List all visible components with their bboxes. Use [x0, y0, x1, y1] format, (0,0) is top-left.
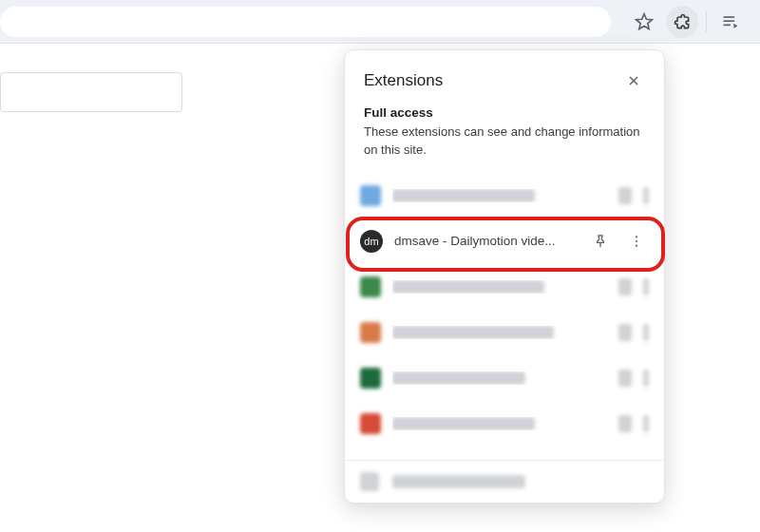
extensions-puzzle-button[interactable] — [666, 6, 698, 38]
close-icon[interactable] — [620, 67, 647, 94]
svg-point-5 — [636, 244, 637, 246]
browser-toolbar — [0, 0, 760, 44]
svg-rect-0 — [724, 16, 735, 18]
extension-name-blurred — [392, 417, 535, 430]
more-vert-icon[interactable] — [643, 370, 649, 387]
pin-icon[interactable] — [618, 187, 632, 204]
extension-icon — [360, 276, 381, 297]
extension-name-blurred — [392, 280, 544, 294]
extension-icon — [360, 413, 381, 434]
extension-row-blurred[interactable] — [352, 264, 656, 310]
extension-name-blurred — [392, 326, 554, 339]
extension-name-blurred — [392, 371, 525, 385]
media-playlist-button[interactable] — [714, 6, 747, 38]
page-search-input[interactable] — [0, 72, 182, 112]
more-vert-icon[interactable] — [624, 229, 649, 254]
manage-extensions-label-blurred — [392, 475, 525, 488]
pin-icon[interactable] — [618, 370, 632, 387]
popup-title: Extensions — [364, 71, 443, 90]
svg-point-3 — [636, 236, 637, 238]
pin-icon[interactable] — [618, 415, 632, 432]
more-vert-icon[interactable] — [643, 187, 649, 204]
manage-extensions-row[interactable] — [345, 461, 664, 503]
svg-rect-1 — [724, 20, 735, 22]
bookmark-star-button[interactable] — [628, 6, 660, 38]
section-label-full-access: Full access — [345, 104, 664, 124]
more-vert-icon[interactable] — [643, 415, 649, 432]
extension-row-blurred[interactable] — [352, 173, 656, 218]
pin-icon[interactable] — [618, 278, 632, 295]
gear-icon — [360, 472, 379, 491]
extension-row-blurred[interactable] — [352, 355, 656, 401]
pin-icon[interactable] — [618, 324, 632, 341]
extension-name-blurred — [392, 189, 535, 202]
extension-icon-label: dm — [364, 236, 378, 247]
more-vert-icon[interactable] — [643, 278, 649, 295]
extension-row-blurred[interactable] — [352, 310, 656, 355]
extension-icon — [360, 322, 381, 343]
svg-rect-2 — [724, 24, 732, 26]
extension-row-dmsave[interactable]: dm dmsave - Dailymotion vide... — [352, 218, 656, 264]
extensions-popup: Extensions Full access These extensions … — [344, 49, 665, 504]
svg-point-4 — [636, 240, 637, 242]
address-bar[interactable] — [0, 7, 611, 37]
extension-icon — [360, 368, 381, 389]
extension-icon-dmsave: dm — [360, 230, 383, 253]
toolbar-separator — [706, 11, 707, 32]
extension-row-blurred[interactable] — [352, 401, 656, 446]
pin-icon[interactable] — [588, 229, 613, 254]
extension-icon — [360, 185, 381, 206]
extension-name: dmsave - Dailymotion vide... — [394, 234, 577, 248]
section-description: These extensions can see and change info… — [345, 124, 664, 173]
extensions-list: dm dmsave - Dailymotion vide... — [345, 173, 664, 454]
more-vert-icon[interactable] — [643, 324, 649, 341]
